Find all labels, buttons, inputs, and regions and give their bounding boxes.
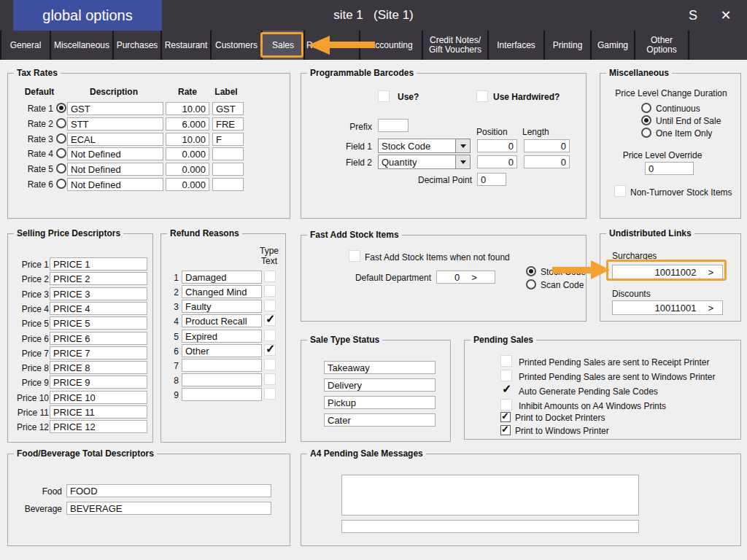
default-rate-radio[interactable] — [56, 133, 66, 144]
default-rate-radio[interactable] — [56, 103, 66, 113]
print-windows-checkbox-checked[interactable]: ✓ — [500, 425, 511, 435]
type-text-checkbox[interactable] — [264, 373, 276, 385]
price-descriptor-field[interactable]: PRICE 7 — [50, 346, 147, 359]
refund-reason-field[interactable] — [182, 388, 262, 401]
price-level-override-field[interactable]: 0 — [645, 162, 694, 175]
type-text-checkbox[interactable] — [264, 359, 276, 370]
default-rate-radio[interactable] — [56, 179, 66, 189]
tax-label-field[interactable]: FRE — [212, 117, 244, 131]
tax-description-field[interactable]: Not Defined — [67, 147, 163, 160]
auto-generate-checkbox-checked[interactable]: ✓ — [500, 384, 512, 396]
a4-message-footer-field[interactable] — [341, 520, 639, 533]
tab-gaming[interactable]: Gaming — [590, 31, 634, 60]
tax-description-field[interactable]: Not Defined — [67, 178, 163, 191]
tax-label-field[interactable]: F — [212, 133, 244, 146]
field2-dropdown[interactable]: Quantity — [378, 155, 471, 169]
price-descriptor-field[interactable]: PRICE 1 — [50, 257, 147, 271]
sale-type-field[interactable]: Pickup — [324, 396, 436, 409]
type-text-checkbox[interactable] — [264, 388, 276, 400]
refund-reason-field[interactable] — [182, 373, 262, 386]
tax-rate-field[interactable]: 10.00 — [166, 102, 209, 115]
tax-description-field[interactable]: GST — [67, 102, 163, 115]
price-descriptor-field[interactable]: PRICE 5 — [50, 316, 147, 330]
price-descriptor-field[interactable]: PRICE 8 — [50, 361, 147, 374]
price-descriptor-field[interactable]: PRICE 4 — [50, 302, 147, 315]
tax-rate-field[interactable]: 6.000 — [166, 117, 209, 131]
discounts-field[interactable]: 10011001 > — [612, 300, 723, 315]
price-descriptor-field[interactable]: PRICE 9 — [50, 376, 147, 389]
tax-description-field[interactable]: Not Defined — [67, 163, 163, 176]
use-hardwired-checkbox[interactable] — [476, 90, 488, 102]
dropdown-arrow-icon[interactable] — [455, 139, 470, 152]
tax-description-field[interactable]: STT — [67, 117, 163, 131]
close-icon[interactable]: ✕ — [711, 0, 740, 31]
non-turnover-checkbox[interactable] — [614, 185, 626, 197]
receipt-printer-checkbox[interactable] — [500, 355, 512, 367]
price-descriptor-field[interactable]: PRICE 3 — [50, 287, 147, 300]
tax-rate-field[interactable]: 10.00 — [166, 133, 209, 146]
food-field[interactable]: FOOD — [66, 484, 271, 497]
inhibit-amounts-checkbox[interactable] — [500, 399, 512, 411]
a4-message-textarea[interactable] — [341, 475, 639, 516]
tab-credit-notes-gift-vouchers[interactable]: Credit Notes/ Gift Vouchers — [422, 31, 487, 60]
field1-dropdown[interactable]: Stock Code — [378, 139, 471, 153]
price-descriptor-field[interactable]: PRICE 10 — [50, 391, 147, 404]
tab-interfaces[interactable]: Interfaces — [487, 31, 543, 60]
field1-length-field[interactable]: 0 — [524, 139, 570, 152]
price-descriptor-field[interactable]: PRICE 11 — [50, 405, 147, 419]
sale-type-field[interactable]: Cater — [324, 413, 436, 427]
type-text-checkbox-checked[interactable]: ✓ — [264, 314, 276, 326]
use-checkbox[interactable] — [378, 90, 390, 102]
until-end-of-sale-radio[interactable] — [641, 115, 651, 125]
refund-reason-field[interactable]: Expired — [182, 330, 262, 343]
continuous-radio[interactable] — [641, 103, 651, 113]
settings-button[interactable]: S — [678, 0, 708, 31]
type-text-checkbox[interactable] — [264, 285, 276, 297]
price-descriptor-field[interactable]: PRICE 6 — [50, 332, 147, 345]
tab-restaurant[interactable]: Restaurant — [160, 31, 210, 60]
tab-other-options[interactable]: Other Options — [634, 31, 688, 60]
type-text-checkbox[interactable] — [264, 330, 276, 341]
tax-description-field[interactable]: ECAL — [67, 133, 163, 146]
sale-type-field[interactable]: Delivery — [324, 378, 436, 392]
fast-add-checkbox[interactable] — [349, 250, 360, 262]
lookup-button[interactable]: > — [471, 272, 477, 283]
tax-label-field[interactable] — [212, 163, 244, 176]
beverage-field[interactable]: BEVERAGE — [66, 502, 271, 515]
tax-rate-field[interactable]: 0.000 — [166, 147, 209, 160]
refund-reason-field[interactable]: Other — [182, 344, 262, 357]
scan-code-radio[interactable] — [526, 279, 536, 289]
field1-position-field[interactable]: 0 — [477, 139, 517, 152]
refund-reason-field[interactable] — [182, 359, 262, 372]
refund-reason-field[interactable]: Damaged — [182, 271, 262, 284]
tab-customers[interactable]: Customers — [210, 31, 261, 60]
tax-rate-field[interactable]: 0.000 — [166, 163, 209, 176]
default-department-field[interactable]: 0 > — [436, 271, 495, 284]
tab-printing[interactable]: Printing — [543, 31, 590, 60]
one-item-only-radio[interactable] — [641, 128, 651, 138]
type-text-checkbox[interactable] — [264, 271, 276, 282]
print-docket-checkbox-checked[interactable]: ✓ — [500, 412, 511, 422]
field2-length-field[interactable]: 0 — [524, 155, 570, 168]
tax-label-field[interactable] — [212, 178, 244, 191]
lookup-button[interactable]: > — [708, 303, 713, 314]
tax-rate-field[interactable]: 0.000 — [166, 178, 209, 191]
stock-code-radio[interactable] — [526, 266, 536, 276]
default-rate-radio[interactable] — [56, 118, 66, 128]
price-descriptor-field[interactable]: PRICE 12 — [50, 420, 147, 433]
prefix-field[interactable] — [378, 119, 409, 132]
price-descriptor-field[interactable]: PRICE 2 — [50, 272, 147, 285]
field2-position-field[interactable]: 0 — [477, 155, 517, 168]
windows-printer-checkbox[interactable] — [500, 370, 512, 381]
refund-reason-field[interactable]: Product Recall — [182, 314, 262, 327]
tab-general[interactable]: General — [0, 31, 50, 60]
refund-reason-field[interactable]: Changed Mind — [182, 285, 262, 298]
type-text-checkbox-checked[interactable]: ✓ — [264, 344, 276, 356]
decimal-point-field[interactable]: 0 — [477, 173, 506, 186]
default-rate-radio[interactable] — [56, 163, 66, 174]
tab-purchases[interactable]: Purchases — [112, 31, 160, 60]
tax-label-field[interactable]: GST — [212, 102, 244, 115]
refund-reason-field[interactable]: Faulty — [182, 300, 262, 313]
sale-type-field[interactable]: Takeaway — [324, 361, 436, 374]
dropdown-arrow-icon[interactable] — [455, 155, 470, 168]
